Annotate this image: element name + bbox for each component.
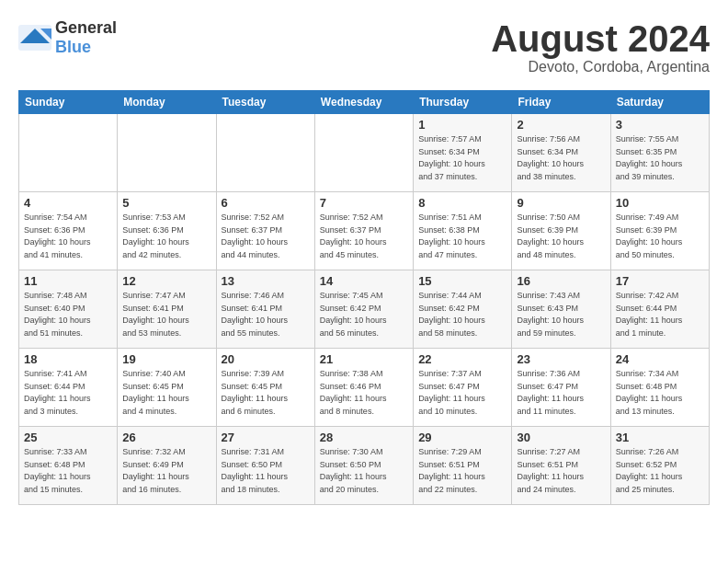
day-number: 29 xyxy=(418,431,506,444)
day-number: 16 xyxy=(517,274,605,288)
calendar-cell: 15Sunrise: 7:44 AM Sunset: 6:42 PM Dayli… xyxy=(414,270,512,349)
day-number: 20 xyxy=(222,352,310,366)
day-info: Sunrise: 7:37 AM Sunset: 6:47 PM Dayligh… xyxy=(418,368,506,418)
logo: General Blue xyxy=(18,18,117,57)
calendar-title: August 2024 xyxy=(491,18,710,59)
calendar-cell: 27Sunrise: 7:31 AM Sunset: 6:50 PM Dayli… xyxy=(216,427,314,505)
calendar-cell: 29Sunrise: 7:29 AM Sunset: 6:51 PM Dayli… xyxy=(414,427,512,505)
calendar-cell: 8Sunrise: 7:51 AM Sunset: 6:38 PM Daylig… xyxy=(414,192,512,270)
day-header-saturday: Saturday xyxy=(610,91,709,114)
calendar-cell: 11Sunrise: 7:48 AM Sunset: 6:40 PM Dayli… xyxy=(19,270,118,349)
day-info: Sunrise: 7:27 AM Sunset: 6:51 PM Dayligh… xyxy=(517,446,605,496)
day-info: Sunrise: 7:44 AM Sunset: 6:42 PM Dayligh… xyxy=(418,290,506,339)
calendar-cell: 16Sunrise: 7:43 AM Sunset: 6:43 PM Dayli… xyxy=(512,270,610,349)
day-number: 24 xyxy=(616,352,704,366)
day-info: Sunrise: 7:36 AM Sunset: 6:47 PM Dayligh… xyxy=(517,368,605,418)
day-info: Sunrise: 7:47 AM Sunset: 6:41 PM Dayligh… xyxy=(122,290,210,339)
day-info: Sunrise: 7:55 AM Sunset: 6:35 PM Dayligh… xyxy=(616,133,704,183)
week-row-1: 1Sunrise: 7:57 AM Sunset: 6:34 PM Daylig… xyxy=(19,114,710,192)
calendar-cell xyxy=(118,114,216,192)
logo-general: General xyxy=(55,18,117,37)
day-number: 1 xyxy=(418,118,506,132)
calendar-cell: 13Sunrise: 7:46 AM Sunset: 6:41 PM Dayli… xyxy=(216,270,314,349)
title-area: August 2024 Devoto, Cordoba, Argentina xyxy=(491,18,710,75)
calendar-cell: 17Sunrise: 7:42 AM Sunset: 6:44 PM Dayli… xyxy=(610,270,709,349)
day-number: 14 xyxy=(320,274,408,288)
day-header-friday: Friday xyxy=(512,91,610,114)
calendar-cell: 21Sunrise: 7:38 AM Sunset: 6:46 PM Dayli… xyxy=(314,349,413,427)
calendar-cell: 12Sunrise: 7:47 AM Sunset: 6:41 PM Dayli… xyxy=(118,270,216,349)
calendar-cell: 28Sunrise: 7:30 AM Sunset: 6:50 PM Dayli… xyxy=(314,427,413,505)
day-info: Sunrise: 7:50 AM Sunset: 6:39 PM Dayligh… xyxy=(517,212,605,261)
day-number: 10 xyxy=(616,196,704,210)
day-info: Sunrise: 7:30 AM Sunset: 6:50 PM Dayligh… xyxy=(320,446,408,496)
day-info: Sunrise: 7:52 AM Sunset: 6:37 PM Dayligh… xyxy=(222,212,310,261)
day-number: 31 xyxy=(616,431,704,444)
week-row-2: 4Sunrise: 7:54 AM Sunset: 6:36 PM Daylig… xyxy=(19,192,710,270)
day-number: 4 xyxy=(24,196,112,210)
day-number: 9 xyxy=(517,196,605,210)
day-number: 6 xyxy=(222,196,310,210)
day-info: Sunrise: 7:34 AM Sunset: 6:48 PM Dayligh… xyxy=(616,368,704,418)
day-number: 17 xyxy=(616,274,704,288)
day-number: 7 xyxy=(320,196,408,210)
day-info: Sunrise: 7:53 AM Sunset: 6:36 PM Dayligh… xyxy=(122,212,210,261)
calendar-cell: 14Sunrise: 7:45 AM Sunset: 6:42 PM Dayli… xyxy=(314,270,413,349)
day-info: Sunrise: 7:38 AM Sunset: 6:46 PM Dayligh… xyxy=(320,368,408,418)
day-header-row: SundayMondayTuesdayWednesdayThursdayFrid… xyxy=(19,91,710,114)
day-number: 22 xyxy=(418,352,506,366)
day-number: 30 xyxy=(517,431,605,444)
day-number: 15 xyxy=(418,274,506,288)
day-number: 27 xyxy=(222,431,310,444)
day-number: 25 xyxy=(24,431,112,444)
day-number: 26 xyxy=(122,431,210,444)
calendar-cell: 10Sunrise: 7:49 AM Sunset: 6:39 PM Dayli… xyxy=(610,192,709,270)
calendar-cell: 1Sunrise: 7:57 AM Sunset: 6:34 PM Daylig… xyxy=(414,114,512,192)
calendar-cell: 23Sunrise: 7:36 AM Sunset: 6:47 PM Dayli… xyxy=(512,349,610,427)
day-number: 13 xyxy=(222,274,310,288)
logo-text: General Blue xyxy=(55,18,117,57)
day-header-tuesday: Tuesday xyxy=(216,91,314,114)
day-number: 19 xyxy=(122,352,210,366)
day-number: 11 xyxy=(24,274,112,288)
day-info: Sunrise: 7:31 AM Sunset: 6:50 PM Dayligh… xyxy=(222,446,310,496)
day-number: 21 xyxy=(320,352,408,366)
day-info: Sunrise: 7:33 AM Sunset: 6:48 PM Dayligh… xyxy=(24,446,112,496)
day-number: 28 xyxy=(320,431,408,444)
week-row-5: 25Sunrise: 7:33 AM Sunset: 6:48 PM Dayli… xyxy=(19,427,710,505)
day-info: Sunrise: 7:29 AM Sunset: 6:51 PM Dayligh… xyxy=(418,446,506,496)
day-info: Sunrise: 7:40 AM Sunset: 6:45 PM Dayligh… xyxy=(122,368,210,418)
calendar-cell xyxy=(19,114,118,192)
day-number: 23 xyxy=(517,352,605,366)
calendar-cell xyxy=(216,114,314,192)
day-number: 12 xyxy=(122,274,210,288)
calendar-cell: 22Sunrise: 7:37 AM Sunset: 6:47 PM Dayli… xyxy=(414,349,512,427)
day-info: Sunrise: 7:39 AM Sunset: 6:45 PM Dayligh… xyxy=(222,368,310,418)
calendar-subtitle: Devoto, Cordoba, Argentina xyxy=(491,59,710,75)
calendar-cell: 31Sunrise: 7:26 AM Sunset: 6:52 PM Dayli… xyxy=(610,427,709,505)
calendar-cell xyxy=(314,114,413,192)
day-header-thursday: Thursday xyxy=(414,91,512,114)
calendar-cell: 9Sunrise: 7:50 AM Sunset: 6:39 PM Daylig… xyxy=(512,192,610,270)
calendar-cell: 3Sunrise: 7:55 AM Sunset: 6:35 PM Daylig… xyxy=(610,114,709,192)
day-info: Sunrise: 7:26 AM Sunset: 6:52 PM Dayligh… xyxy=(616,446,704,496)
day-header-wednesday: Wednesday xyxy=(314,91,413,114)
day-number: 8 xyxy=(418,196,506,210)
page-header: General Blue August 2024 Devoto, Cordoba… xyxy=(18,18,710,75)
week-row-3: 11Sunrise: 7:48 AM Sunset: 6:40 PM Dayli… xyxy=(19,270,710,349)
day-info: Sunrise: 7:57 AM Sunset: 6:34 PM Dayligh… xyxy=(418,133,506,183)
day-number: 5 xyxy=(122,196,210,210)
week-row-4: 18Sunrise: 7:41 AM Sunset: 6:44 PM Dayli… xyxy=(19,349,710,427)
day-number: 3 xyxy=(616,118,704,132)
logo-blue: Blue xyxy=(55,38,91,56)
calendar-cell: 4Sunrise: 7:54 AM Sunset: 6:36 PM Daylig… xyxy=(19,192,118,270)
calendar-cell: 18Sunrise: 7:41 AM Sunset: 6:44 PM Dayli… xyxy=(19,349,118,427)
calendar-cell: 5Sunrise: 7:53 AM Sunset: 6:36 PM Daylig… xyxy=(118,192,216,270)
calendar-cell: 2Sunrise: 7:56 AM Sunset: 6:34 PM Daylig… xyxy=(512,114,610,192)
day-info: Sunrise: 7:51 AM Sunset: 6:38 PM Dayligh… xyxy=(418,212,506,261)
day-info: Sunrise: 7:43 AM Sunset: 6:43 PM Dayligh… xyxy=(517,290,605,339)
calendar-cell: 19Sunrise: 7:40 AM Sunset: 6:45 PM Dayli… xyxy=(118,349,216,427)
day-info: Sunrise: 7:32 AM Sunset: 6:49 PM Dayligh… xyxy=(122,446,210,496)
day-info: Sunrise: 7:42 AM Sunset: 6:44 PM Dayligh… xyxy=(616,290,704,339)
day-info: Sunrise: 7:48 AM Sunset: 6:40 PM Dayligh… xyxy=(24,290,112,339)
